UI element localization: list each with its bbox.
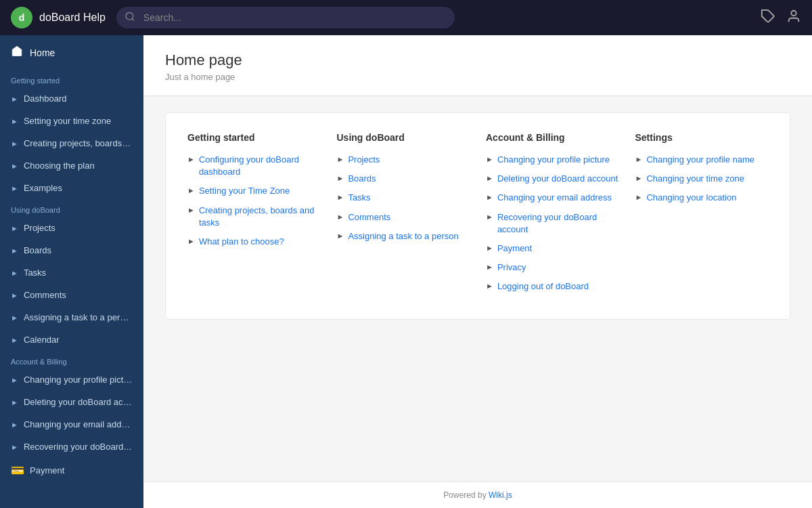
link-logging-out[interactable]: Logging out of doBoard [497, 280, 589, 293]
sidebar-item-label: Choosing the plan [24, 161, 133, 171]
sidebar-item-label: Examples [24, 183, 133, 193]
link-payment[interactable]: Payment [497, 242, 532, 255]
bullet-icon: ► [337, 213, 344, 221]
chevron-icon: ► [11, 247, 18, 255]
sidebar-item-examples[interactable]: ► Examples [0, 177, 143, 199]
bullet-icon: ► [337, 193, 344, 201]
link-privacy[interactable]: Privacy [497, 261, 526, 274]
col-list-using-doboard: ► Projects ► Boards ► Tasks ► [337, 154, 470, 242]
sidebar-item-choosing-plan[interactable]: ► Choosing the plan [0, 154, 143, 177]
list-item: ► Changing your location [635, 192, 769, 204]
col-heading-getting-started: Getting started [187, 132, 321, 143]
link-setting-time-zone[interactable]: Setting your Time Zone [199, 185, 290, 197]
sidebar-item-label: Projects [24, 223, 133, 233]
link-tasks[interactable]: Tasks [348, 192, 370, 204]
link-change-time-zone[interactable]: Changing your time zone [646, 173, 744, 185]
link-change-profile-name[interactable]: Changing your profile name [646, 154, 754, 166]
col-list-settings: ► Changing your profile name ► Changing … [635, 154, 769, 205]
sidebar-item-dashboard[interactable]: ► Dashboard [0, 87, 143, 110]
sidebar-item-change-profile-pic[interactable]: ► Changing your profile picture [0, 368, 143, 391]
sidebar-item-boards[interactable]: ► Boards [0, 239, 143, 261]
link-projects[interactable]: Projects [348, 154, 380, 166]
sidebar-section-getting-started: Getting started [0, 70, 143, 87]
footer-link[interactable]: Wiki.js [489, 490, 512, 500]
logo-letter: d [19, 12, 25, 23]
sidebar-item-time-zone[interactable]: ► Setting your time zone [0, 110, 143, 132]
footer-text: Powered by [443, 490, 489, 500]
list-item: ► Changing your time zone [635, 173, 769, 185]
help-grid: Getting started ► Configuring your doBoa… [165, 112, 790, 320]
col-using-doboard: Using doBoard ► Projects ► Boards ► Task [337, 132, 470, 300]
link-change-location[interactable]: Changing your location [646, 192, 736, 204]
search-input[interactable] [116, 7, 455, 28]
sidebar-home[interactable]: Home [0, 35, 143, 70]
sidebar-item-tasks[interactable]: ► Tasks [0, 261, 143, 284]
link-change-profile-pic[interactable]: Changing your profile picture [497, 154, 610, 166]
sidebar-item-delete-account[interactable]: ► Deleting your doBoard account [0, 391, 143, 413]
bullet-icon: ► [486, 174, 493, 182]
list-item: ► Logging out of doBoard [486, 280, 619, 293]
chevron-icon: ► [11, 95, 18, 103]
sidebar-item-label: Setting your time zone [24, 116, 133, 126]
bullet-icon: ► [337, 232, 344, 240]
logo-circle: d [11, 7, 32, 28]
bullet-icon: ► [486, 155, 493, 163]
link-comments[interactable]: Comments [348, 211, 390, 224]
chevron-icon: ► [11, 398, 18, 406]
link-configuring-dashboard[interactable]: Configuring your doBoard dashboard [199, 154, 321, 178]
chevron-icon: ► [11, 184, 18, 192]
sidebar-item-label: Deleting your doBoard account [24, 397, 133, 407]
link-what-plan[interactable]: What plan to choose? [199, 236, 284, 248]
page-header: Home page Just a home page [143, 35, 812, 96]
link-deleting-account[interactable]: Deleting your doBoard account [497, 173, 618, 185]
col-getting-started: Getting started ► Configuring your doBoa… [187, 132, 321, 300]
sidebar-item-recovering-account[interactable]: ► Recovering your doBoard acc... [0, 436, 143, 458]
app-logo[interactable]: d doBoard Help [11, 7, 106, 28]
sidebar-item-label: Comments [24, 290, 133, 300]
sidebar-item-payment[interactable]: 💳 Payment [0, 458, 143, 483]
bullet-icon: ► [187, 186, 195, 194]
bullet-icon: ► [187, 206, 195, 214]
list-item: ► Deleting your doBoard account [486, 173, 619, 185]
link-change-email[interactable]: Changing your email address [497, 192, 612, 204]
sidebar-item-label: Changing your profile picture [24, 375, 133, 385]
list-item: ► Projects [337, 154, 470, 166]
sidebar-home-label: Home [30, 47, 55, 58]
chevron-icon: ► [11, 291, 18, 299]
header-actions [761, 9, 801, 27]
chevron-icon: ► [11, 162, 18, 170]
user-icon[interactable] [786, 9, 801, 27]
link-creating-projects[interactable]: Creating projects, boards and tasks [199, 205, 321, 229]
chevron-icon: ► [11, 336, 18, 344]
bullet-icon: ► [635, 155, 643, 163]
col-list-account-billing: ► Changing your profile picture ► Deleti… [486, 154, 619, 293]
sidebar-item-assigning[interactable]: ► Assigning a task to a person [0, 306, 143, 329]
list-item: ► Payment [486, 242, 619, 255]
list-item: ► Creating projects, boards and tasks [187, 205, 321, 229]
link-boards[interactable]: Boards [348, 173, 376, 185]
tag-icon[interactable] [761, 9, 775, 27]
sidebar-item-label: Payment [30, 465, 133, 475]
list-item: ► Comments [337, 211, 470, 224]
list-item: ► Configuring your doBoard dashboard [187, 154, 321, 178]
list-item: ► Changing your profile name [635, 154, 769, 166]
sidebar-item-calendar[interactable]: ► Calendar [0, 329, 143, 351]
sidebar-section-account-billing: Account & Billing [0, 351, 143, 368]
page-title: Home page [165, 51, 790, 69]
search-icon [125, 12, 135, 24]
chevron-icon: ► [11, 376, 18, 384]
sidebar-item-change-email[interactable]: ► Changing your email address [0, 413, 143, 436]
sidebar-item-creating-projects[interactable]: ► Creating projects, boards and ... [0, 132, 143, 154]
sidebar-item-label: Dashboard [24, 93, 133, 104]
link-recovering-account[interactable]: Recovering your doBoard account [497, 211, 619, 236]
link-assigning[interactable]: Assigning a task to a person [348, 230, 458, 242]
chevron-icon: ► [11, 443, 18, 451]
layout: Home Getting started ► Dashboard ► Setti… [0, 35, 812, 508]
sidebar-item-comments[interactable]: ► Comments [0, 284, 143, 306]
page-subtitle: Just a home page [165, 72, 790, 82]
sidebar-item-label: Creating projects, boards and ... [24, 138, 133, 148]
col-heading-account-billing: Account & Billing [486, 132, 619, 143]
chevron-icon: ► [11, 117, 18, 125]
sidebar-item-projects[interactable]: ► Projects [0, 217, 143, 239]
list-item: ► What plan to choose? [187, 236, 321, 248]
